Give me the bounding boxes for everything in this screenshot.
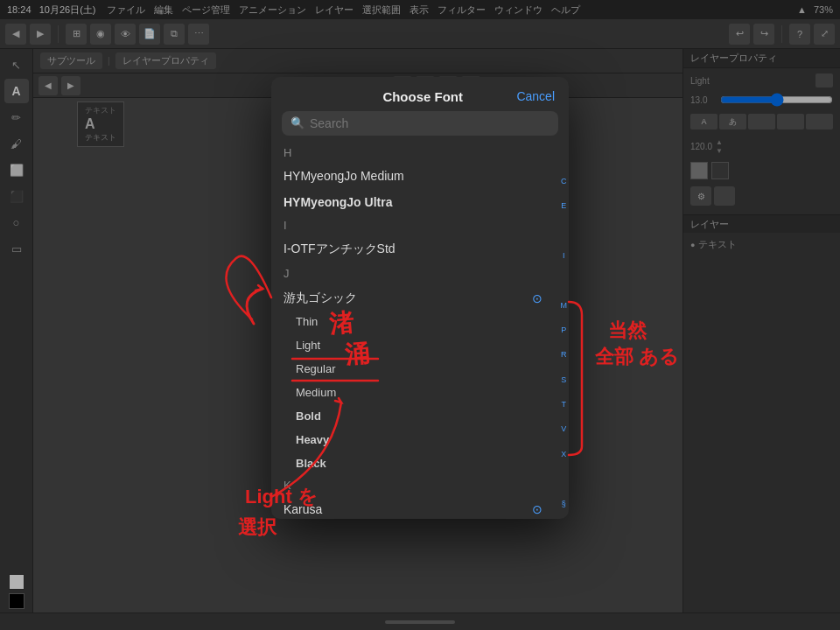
font-list: ACEGIKMPRSTVXZ§ H HYMyeongJo Medium HYMy… [271,143,569,519]
font-variant-Black[interactable]: Black [271,452,569,475]
alpha-letter-P[interactable]: P [561,326,568,334]
dialog-overlay: Choose Font Cancel 🔍 ACEGIKMPRSTVXZ§ H H… [0,0,840,630]
font-family-YuMaruGothic[interactable]: 游丸ゴシック ⊙ [271,284,569,310]
search-container: 🔍 [282,111,558,136]
font-item-HYMyeongJo-Ultra[interactable]: HYMyeongJo Ultra [271,189,569,215]
font-item-HYMyeongJo-Medium[interactable]: HYMyeongJo Medium [271,163,569,189]
font-family-Karusa[interactable]: Karusa ⊙ [271,495,569,519]
font-variant-Bold[interactable]: Bold [271,404,569,428]
font-variant-Medium[interactable]: Medium [271,381,569,404]
chevron-right-icon: ⊙ [532,502,542,516]
search-input[interactable] [310,116,550,130]
font-variant-Thin[interactable]: Thin [271,310,569,333]
font-variant-Heavy[interactable]: Heavy [271,428,569,452]
alpha-letter-E[interactable]: E [561,202,568,210]
alpha-letter-C[interactable]: C [561,178,568,186]
alpha-letter-X[interactable]: X [561,451,568,458]
font-item-IOTFAnchiku[interactable]: I-OTFアンチックStd [271,235,569,263]
chevron-down-icon: ⊙ [532,291,542,305]
alpha-letter-T[interactable]: T [561,401,568,409]
alpha-letter-I[interactable]: I [561,252,568,260]
font-variant-Regular[interactable]: Regular [271,357,569,381]
section-I: I [271,215,569,235]
alpha-letter-S[interactable]: S [561,376,568,384]
font-dialog: Choose Font Cancel 🔍 ACEGIKMPRSTVXZ§ H H… [271,77,569,519]
alpha-letter-§[interactable]: § [561,500,568,508]
section-J: J [271,263,569,284]
font-variant-Light[interactable]: Light [271,333,569,357]
alpha-index-bar: ACEGIKMPRSTVXZ§ [561,143,568,519]
alpha-letter-V[interactable]: V [561,425,568,433]
dialog-header: Choose Font Cancel [271,77,569,111]
section-K: K [271,475,569,495]
alpha-letter-M[interactable]: M [561,302,568,310]
dialog-title: Choose Font [329,89,516,104]
search-icon: 🔍 [290,116,304,130]
section-H: H [271,143,569,163]
alpha-letter-R[interactable]: R [561,351,568,359]
dialog-cancel-button[interactable]: Cancel [516,89,555,103]
